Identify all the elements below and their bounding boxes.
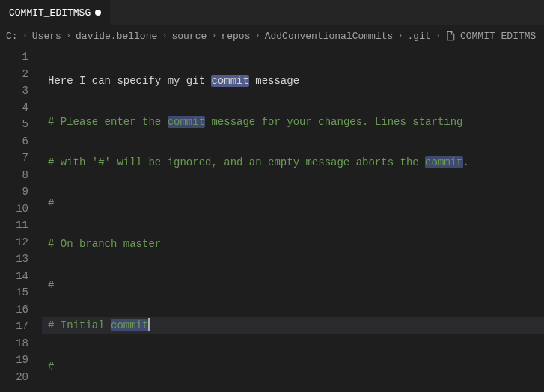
breadcrumb-item[interactable]: davide.bellone	[76, 31, 157, 42]
code-line: # with '#' will be ignored, and an empty…	[42, 154, 544, 171]
line-number: 14	[0, 268, 28, 285]
breadcrumb-file[interactable]: COMMIT_EDITMS	[460, 31, 536, 42]
code-area[interactable]: Here I can specify my git commit message…	[42, 46, 544, 392]
chevron-right-icon: ›	[435, 31, 441, 41]
line-number: 8	[0, 167, 28, 184]
line-number: 20	[0, 369, 28, 386]
code-line: #	[42, 277, 544, 294]
breadcrumb-item[interactable]: Users	[32, 31, 61, 42]
line-number: 18	[0, 335, 28, 352]
code-line: # Please enter the commit message for yo…	[42, 114, 544, 131]
breadcrumb: C: › Users › davide.bellone › source › r…	[0, 26, 544, 46]
code-line-active: # Initial commit	[42, 317, 544, 334]
chevron-right-icon: ›	[254, 31, 260, 41]
editor[interactable]: 1 2 3 4 5 6 7 8 9 10 11 12 13 14 15 16 1…	[0, 46, 544, 392]
chevron-right-icon: ›	[22, 31, 28, 41]
line-number: 7	[0, 150, 28, 167]
chevron-right-icon: ›	[397, 31, 403, 41]
modified-indicator-icon	[95, 10, 101, 16]
line-number: 1	[0, 49, 28, 66]
breadcrumb-item[interactable]: AddConventionalCommits	[265, 31, 394, 42]
chevron-right-icon: ›	[66, 31, 71, 41]
tab-title: COMMIT_EDITMSG	[9, 7, 91, 19]
breadcrumb-item[interactable]: repos	[221, 31, 250, 42]
line-number: 19	[0, 352, 28, 369]
line-number: 9	[0, 183, 28, 200]
line-number: 11	[0, 217, 28, 234]
line-number: 16	[0, 301, 28, 319]
line-number: 5	[0, 116, 28, 133]
line-number: 17	[0, 318, 28, 335]
line-number: 2	[0, 66, 28, 83]
code-line: #	[42, 358, 544, 376]
tab-bar: COMMIT_EDITMSG	[0, 0, 544, 26]
chevron-right-icon: ›	[162, 31, 167, 41]
breadcrumb-item[interactable]: .git	[408, 31, 431, 42]
line-number: 13	[0, 251, 28, 268]
code-line: # On branch master	[42, 236, 544, 253]
code-line: #	[42, 195, 544, 212]
line-number: 10	[0, 200, 28, 218]
line-number: 6	[0, 133, 28, 150]
code-line: Here I can specify my git commit message	[42, 73, 544, 90]
breadcrumb-item[interactable]: C:	[6, 31, 18, 42]
chevron-right-icon: ›	[211, 31, 216, 41]
line-number: 12	[0, 234, 28, 251]
line-number: 15	[0, 284, 28, 301]
gutter: 1 2 3 4 5 6 7 8 9 10 11 12 13 14 15 16 1…	[0, 46, 42, 392]
cursor-icon	[148, 318, 150, 331]
tab-commit-editmsg[interactable]: COMMIT_EDITMSG	[0, 0, 111, 25]
line-number: 3	[0, 82, 28, 99]
breadcrumb-item[interactable]: source	[171, 31, 207, 42]
file-icon	[445, 31, 456, 41]
line-number: 4	[0, 99, 28, 117]
